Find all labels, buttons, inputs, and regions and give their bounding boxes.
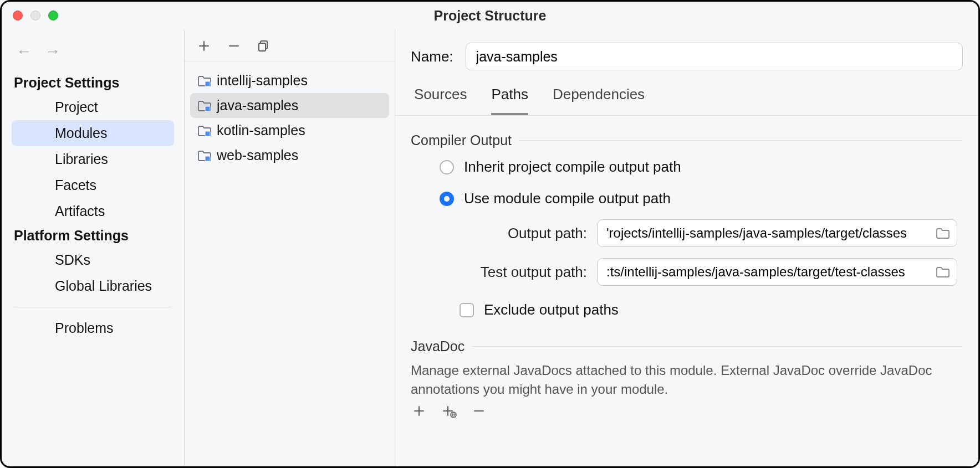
module-item-intellij-samples[interactable]: intellij-samples: [190, 68, 389, 93]
project-structure-window: Project Structure ← → Project Settings P…: [0, 0, 980, 468]
module-item-kotlin-samples[interactable]: kotlin-samples: [190, 118, 389, 143]
tab-dependencies[interactable]: Dependencies: [553, 86, 645, 115]
name-row: Name:: [395, 29, 978, 76]
sidebar-item-artifacts[interactable]: Artifacts: [12, 198, 174, 224]
module-tabs: Sources Paths Dependencies: [395, 76, 978, 116]
output-path-input-wrap: [597, 219, 957, 247]
module-item-web-samples[interactable]: web-samples: [190, 143, 389, 168]
use-module-radio-row[interactable]: Use module compile output path: [411, 180, 963, 212]
output-path-label: Output path:: [460, 225, 587, 242]
sidebar-item-global-libraries[interactable]: Global Libraries: [12, 273, 174, 299]
browse-folder-icon[interactable]: [936, 266, 950, 278]
radio-checked-icon: [440, 192, 454, 206]
module-item-java-samples[interactable]: java-samples: [190, 93, 389, 118]
remove-module-button[interactable]: [226, 38, 242, 54]
module-folder-icon: [198, 125, 211, 137]
divider: [14, 307, 172, 307]
exclude-checkbox-label: Exclude output paths: [484, 301, 619, 318]
svg-rect-5: [205, 156, 210, 161]
test-output-path-input-wrap: [597, 258, 957, 286]
module-folder-icon: [198, 150, 211, 162]
sidebar-item-project[interactable]: Project: [12, 94, 174, 120]
javadoc-description: Manage external JavaDocs attached to thi…: [395, 354, 978, 398]
minimize-window-button[interactable]: [30, 11, 40, 20]
divider: [519, 140, 963, 141]
use-module-radio-label: Use module compile output path: [464, 190, 671, 207]
output-path-input[interactable]: [606, 225, 936, 241]
output-path-row: Output path:: [411, 212, 963, 250]
module-folder-icon: [198, 100, 211, 112]
window-controls: [13, 11, 58, 20]
add-javadoc-button[interactable]: [411, 403, 427, 419]
module-detail-panel: Name: Sources Paths Dependencies Compile…: [395, 29, 978, 466]
exclude-checkbox-row[interactable]: Exclude output paths: [411, 289, 963, 322]
titlebar: Project Structure: [2, 2, 978, 29]
module-item-label: kotlin-samples: [217, 122, 305, 138]
tab-paths[interactable]: Paths: [491, 86, 528, 115]
name-label: Name:: [411, 48, 453, 65]
sidebar-item-modules[interactable]: Modules: [12, 120, 174, 146]
test-output-path-label: Test output path:: [460, 264, 587, 281]
svg-rect-2: [205, 81, 210, 86]
modules-toolbar: [185, 29, 395, 61]
module-name-input[interactable]: [466, 43, 963, 70]
javadoc-title: JavaDoc: [411, 338, 472, 354]
compiler-output-title: Compiler Output: [411, 132, 519, 148]
module-item-label: java-samples: [217, 97, 298, 114]
platform-settings-header: Platform Settings: [2, 224, 184, 247]
nav-history: ← →: [2, 34, 184, 71]
sidebar-item-sdks[interactable]: SDKs: [12, 247, 174, 273]
add-javadoc-url-button[interactable]: [441, 403, 457, 419]
radio-unchecked-icon: [440, 160, 454, 174]
sidebar-item-libraries[interactable]: Libraries: [12, 146, 174, 172]
modules-column: intellij-samples java-samples kotlin-sam…: [185, 29, 395, 466]
module-item-label: web-samples: [217, 147, 298, 163]
module-item-label: intellij-samples: [217, 73, 308, 89]
test-output-path-row: Test output path:: [411, 250, 963, 289]
javadoc-toolbar: [395, 398, 978, 419]
window-title: Project Structure: [2, 8, 978, 24]
forward-arrow-icon[interactable]: →: [45, 44, 60, 59]
module-folder-icon: [198, 75, 211, 87]
browse-folder-icon[interactable]: [936, 227, 950, 239]
compiler-output-group: Compiler Output Inherit project compile …: [411, 132, 963, 322]
back-arrow-icon[interactable]: ←: [16, 44, 32, 59]
inherit-radio-row[interactable]: Inherit project compile output path: [411, 148, 963, 180]
svg-rect-3: [205, 106, 210, 111]
remove-javadoc-button[interactable]: [471, 403, 487, 419]
dialog-body: ← → Project Settings Project Modules Lib…: [2, 29, 978, 466]
inherit-radio-label: Inherit project compile output path: [464, 158, 681, 176]
test-output-path-input[interactable]: [606, 264, 936, 280]
settings-sidebar: ← → Project Settings Project Modules Lib…: [2, 29, 185, 466]
tab-sources[interactable]: Sources: [414, 86, 467, 115]
checkbox-unchecked-icon: [460, 303, 474, 317]
javadoc-group: JavaDoc: [411, 338, 963, 354]
svg-rect-4: [205, 131, 210, 136]
modules-list: intellij-samples java-samples kotlin-sam…: [185, 61, 395, 466]
divider: [472, 346, 963, 347]
zoom-window-button[interactable]: [48, 11, 58, 20]
add-module-button[interactable]: [196, 38, 212, 54]
close-window-button[interactable]: [13, 11, 23, 20]
svg-rect-1: [259, 43, 266, 51]
project-settings-header: Project Settings: [2, 71, 184, 94]
sidebar-item-facets[interactable]: Facets: [12, 172, 174, 198]
sidebar-item-problems[interactable]: Problems: [12, 315, 174, 341]
copy-module-button[interactable]: [256, 38, 272, 54]
